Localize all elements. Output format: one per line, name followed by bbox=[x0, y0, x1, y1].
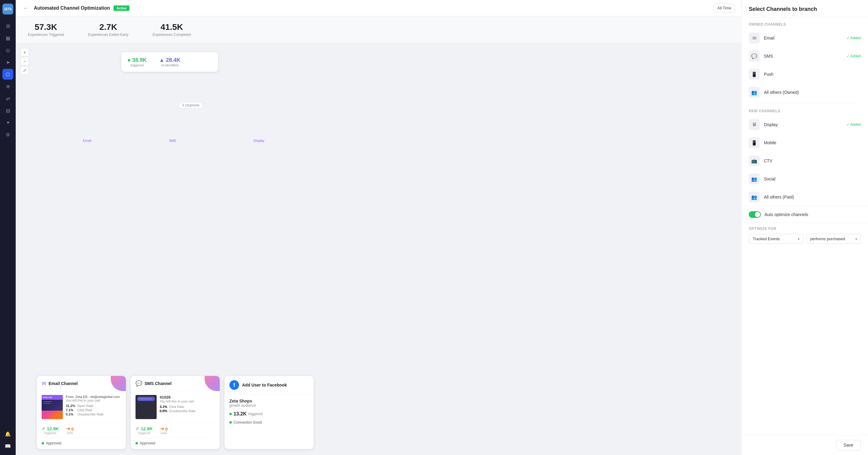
channel-social-name: Social bbox=[764, 176, 861, 181]
stat-experiences-triggered: 57.3K Experiences Triggered bbox=[28, 22, 64, 37]
branch-label-display: Display bbox=[251, 138, 267, 143]
facebook-triggered-metric: 13.2K triggered bbox=[229, 411, 309, 417]
email-exits-metric: ⇥ 0 exits bbox=[66, 426, 74, 435]
sms-click-rate-pct: 3.1% bbox=[160, 405, 167, 409]
channel-email-added: ✓ Added bbox=[846, 36, 861, 40]
top-header: ← Automated Channel Optimization Active … bbox=[16, 0, 741, 16]
main-area: ← Automated Channel Optimization Active … bbox=[16, 0, 741, 455]
sms-card-metrics: ✓ 12.8K triggered ⇥ 0 exits bbox=[135, 423, 215, 438]
sidebar: ZETA ⊞ ▦ ◎ ➤ ⬡ ⊕ ⇄ ▤ ✦ ⚙ 🔔 📖 bbox=[0, 0, 16, 455]
sidebar-icon-book[interactable]: 📖 bbox=[2, 441, 13, 451]
email-channel-icon: ✉ bbox=[42, 380, 46, 387]
email-status-text: Approved bbox=[46, 441, 61, 445]
sms-stat-click-rate: 3.1% Click Rate bbox=[160, 405, 215, 409]
sidebar-icon-link[interactable]: ⇄ bbox=[2, 93, 13, 104]
sidebar-icon-bell[interactable]: 🔔 bbox=[2, 428, 13, 439]
sms-triggered-label: triggered bbox=[135, 431, 153, 435]
trigger-node: ● 38.9K triggered ▲ 28.4K re-identified bbox=[121, 52, 218, 72]
optimize-selects: Tracked Events Conversions Clicks ▼ perf… bbox=[749, 234, 861, 244]
email-card-header: ✉ Email Channel ⋯ bbox=[37, 376, 126, 391]
sms-unsub-rate-pct: 0.0% bbox=[160, 409, 167, 413]
channel-item-mobile[interactable]: 📱 Mobile bbox=[742, 134, 868, 152]
zoom-in-button[interactable]: + bbox=[21, 48, 29, 57]
sms-channel-icon: 💬 bbox=[135, 380, 142, 387]
sidebar-icon-zap[interactable]: ✦ bbox=[2, 117, 13, 128]
sidebar-icon-target[interactable]: ◎ bbox=[2, 45, 13, 56]
sidebar-icon-users[interactable]: ⊕ bbox=[2, 81, 13, 92]
owned-channels-label: Owned channels bbox=[742, 18, 868, 29]
email-status-dot bbox=[42, 442, 44, 445]
tracked-events-select-wrapper: Tracked Events Conversions Clicks ▼ bbox=[749, 234, 803, 244]
email-card-metrics: ✓ 12.9K triggered ⇥ 0 exits bbox=[42, 423, 121, 438]
trigger-reidentified-value: ▲ 28.4K bbox=[159, 57, 181, 63]
trigger-triggered-label: triggered bbox=[127, 63, 147, 67]
save-button[interactable]: Save bbox=[836, 440, 861, 450]
sidebar-icon-chart[interactable]: ▦ bbox=[2, 33, 13, 43]
branch-label-sms: SMS bbox=[166, 138, 179, 143]
sms-preview: You left this in your cart... 41026 You … bbox=[135, 395, 215, 419]
sidebar-icon-settings[interactable]: ⚙ bbox=[2, 129, 13, 140]
email-card-accent bbox=[111, 376, 126, 391]
email-click-rate-pct: 7.1% bbox=[66, 408, 75, 412]
right-panel: Select Channels to branch Owned channels… bbox=[741, 0, 868, 455]
stat-triggered-value: 57.3K bbox=[28, 22, 64, 32]
channel-item-email[interactable]: ✉ Email ✓ Added bbox=[742, 29, 868, 47]
channel-sms-added: ✓ Added bbox=[846, 54, 861, 58]
sidebar-icon-bar-chart[interactable]: ▤ bbox=[2, 105, 13, 116]
facebook-connection-text: Connection Good bbox=[234, 420, 262, 425]
sidebar-icon-grid[interactable]: ⊞ bbox=[2, 21, 13, 31]
facebook-connection-dot bbox=[229, 421, 232, 424]
save-section: Save bbox=[742, 435, 868, 455]
facebook-audience: growth audience bbox=[229, 403, 309, 408]
channel-item-all-paid[interactable]: 👥 All others (Paid) bbox=[742, 188, 868, 206]
sms-meta: 41026 You left this in your cart 3.1% Cl… bbox=[160, 395, 215, 419]
email-subject: You left this in your cart bbox=[66, 398, 121, 402]
email-stats: 31.2% Open Rate 7.1% Click Rate 0.1% Uns… bbox=[66, 404, 121, 416]
email-exits-label: exits bbox=[66, 431, 74, 435]
optimize-for-label: Optimize for bbox=[749, 227, 861, 231]
sidebar-icon-flow[interactable]: ⬡ bbox=[2, 69, 13, 80]
sms-card-title: SMS Channel bbox=[145, 381, 208, 386]
channel-item-sms[interactable]: 💬 SMS ✓ Added bbox=[742, 47, 868, 65]
sms-number: 41026 bbox=[160, 395, 215, 399]
tracked-events-select[interactable]: Tracked Events Conversions Clicks bbox=[749, 234, 803, 244]
email-triggered-metric: ✓ 12.9K triggered bbox=[42, 426, 59, 435]
page-title: Automated Channel Optimization bbox=[34, 5, 110, 11]
auto-optimize-label: Auto optimize channels bbox=[765, 212, 808, 217]
email-card-title: Email Channel bbox=[49, 381, 114, 386]
time-filter-button[interactable]: All Time bbox=[713, 4, 735, 12]
fullscreen-button[interactable]: ⤢ bbox=[21, 66, 29, 74]
channel-social-icon: 👥 bbox=[749, 173, 760, 184]
back-button[interactable]: ← bbox=[22, 4, 30, 12]
sidebar-logo: ZETA bbox=[2, 4, 13, 14]
sms-exits-label: exits bbox=[160, 431, 167, 435]
channel-item-ctv[interactable]: 📺 CTV bbox=[742, 152, 868, 170]
sms-triggered-metric: ✓ 12.8K triggered bbox=[135, 426, 153, 435]
channel-display-added: ✓ Added bbox=[846, 123, 861, 127]
sms-unsub-rate-label: Unsubscribe Rate bbox=[169, 409, 195, 413]
email-preview: MOBLAND LOREM IPSUM TEXT FEATURES From: … bbox=[42, 395, 121, 419]
sms-triggered-value: ✓ 12.8K bbox=[135, 426, 153, 431]
sms-card-header: 💬 SMS Channel ⋯ bbox=[131, 376, 220, 391]
sms-thumbnail: You left this in your cart... bbox=[135, 395, 157, 419]
email-channel-card: ✉ Email Channel ⋯ MOBLAND LOREM IPSUM bbox=[37, 376, 126, 449]
channel-email-icon: ✉ bbox=[749, 33, 760, 43]
stat-experiences-exited: 2.7K Experiences Exited Early bbox=[88, 22, 128, 37]
sms-stats: 3.1% Click Rate 0.0% Unsubscribe Rate bbox=[160, 405, 215, 413]
branch-label-email: Email bbox=[81, 138, 94, 143]
channel-item-display[interactable]: 🖥 Display ✓ Added bbox=[742, 116, 868, 134]
sms-exits-value: ⇥ 0 bbox=[160, 426, 167, 431]
sms-exits-metric: ⇥ 0 exits bbox=[160, 426, 167, 435]
sms-channel-card: 💬 SMS Channel ⋯ You left this in your ca… bbox=[131, 376, 220, 449]
auto-optimize-toggle[interactable] bbox=[749, 211, 761, 218]
zoom-out-button[interactable]: − bbox=[21, 57, 29, 65]
channel-push-icon: 📱 bbox=[749, 69, 760, 80]
channel-item-all-owned[interactable]: 👥 All others (Owned) bbox=[742, 83, 868, 101]
channel-item-push[interactable]: 📱 Push bbox=[742, 65, 868, 83]
channel-item-social[interactable]: 👥 Social bbox=[742, 170, 868, 188]
email-unsub-rate-pct: 0.1% bbox=[66, 413, 75, 416]
sms-status-text: Approved bbox=[140, 441, 155, 445]
sidebar-icon-send[interactable]: ➤ bbox=[2, 57, 13, 68]
performs-select[interactable]: performs purchased performs checkout per… bbox=[806, 234, 861, 244]
email-open-rate-label: Open Rate bbox=[77, 404, 93, 408]
